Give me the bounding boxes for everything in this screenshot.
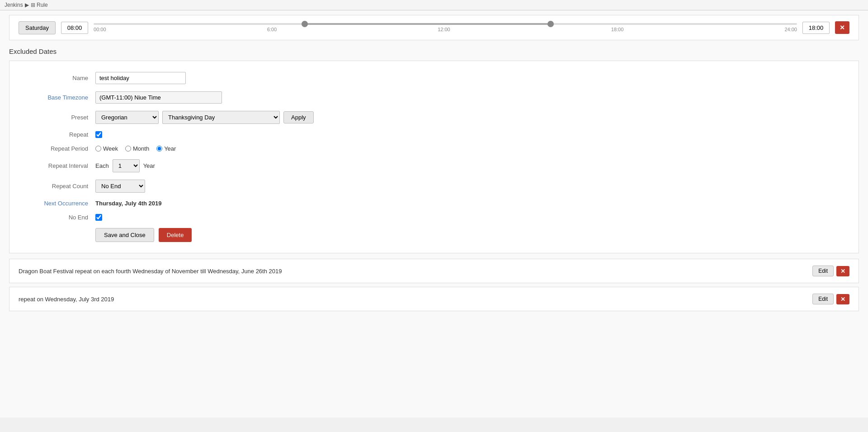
app-name: Jenkins <box>5 2 23 8</box>
timezone-row: Base Timezone <box>23 91 845 104</box>
slider-fill <box>305 23 551 25</box>
no-end-checkbox[interactable] <box>95 214 102 221</box>
slider-thumb-right[interactable] <box>547 21 554 27</box>
top-bar-arrow: ▶ <box>25 2 29 8</box>
list-item-1: Dragon Boat Festival repeat on each four… <box>9 259 859 283</box>
list-item-1-actions: Edit ✕ <box>812 266 849 276</box>
slider-label-0: 00:00 <box>94 27 106 32</box>
slider-track <box>94 23 797 25</box>
start-time-input[interactable] <box>61 22 88 34</box>
slider-label-1: 6:00 <box>267 27 277 32</box>
repeat-period-row: Repeat Period Week Month Year <box>23 145 845 152</box>
repeat-interval-label: Repeat Interval <box>23 162 95 169</box>
timezone-input[interactable] <box>95 91 222 104</box>
save-and-close-button[interactable]: Save and Close <box>95 228 154 242</box>
repeat-checkbox[interactable] <box>95 131 102 138</box>
repeat-count-row: Repeat Count No End <box>23 180 845 193</box>
section-title: Excluded Dates <box>9 47 859 55</box>
repeat-count-select[interactable]: No End <box>95 180 145 193</box>
delete-button[interactable]: Delete <box>159 228 192 242</box>
end-time-input[interactable] <box>802 22 830 34</box>
preset-select-1[interactable]: Gregorian <box>95 111 159 124</box>
no-end-label: No End <box>23 214 95 221</box>
next-occurrence-value: Thursday, July 4th 2019 <box>95 200 161 207</box>
list-item-2-actions: Edit ✕ <box>812 294 849 304</box>
list-item-2: repeat on Wednesday, July 3rd 2019 Edit … <box>9 287 859 311</box>
preset-select-2[interactable]: Thanksgiving Day <box>162 111 280 124</box>
day-button[interactable]: Saturday <box>19 21 56 34</box>
period-month-radio[interactable] <box>125 146 131 152</box>
repeat-label: Repeat <box>23 131 95 138</box>
form-card: Name Base Timezone Preset Gregorian Than… <box>9 61 859 253</box>
time-row: Saturday 00:00 6:00 12:00 18:00 24:00 ✕ <box>9 15 859 40</box>
slider-label-2: 12:00 <box>438 27 450 32</box>
slider-labels: 00:00 6:00 12:00 18:00 24:00 <box>94 27 797 32</box>
period-week-label[interactable]: Week <box>95 145 118 152</box>
list-item-2-text: repeat on Wednesday, July 3rd 2019 <box>19 296 114 303</box>
next-occurrence-label: Next Occurrence <box>23 200 95 207</box>
preset-label: Preset <box>23 114 95 121</box>
list-item-1-text: Dragon Boat Festival repeat on each four… <box>19 268 282 275</box>
each-label: Each <box>95 162 109 169</box>
list-item-2-remove-button[interactable]: ✕ <box>836 294 849 304</box>
repeat-period-label: Repeat Period <box>23 145 95 152</box>
period-year-text: Year <box>164 145 176 152</box>
slider-label-4: 24:00 <box>784 27 797 32</box>
period-year-label[interactable]: Year <box>156 145 176 152</box>
main-content: Saturday 00:00 6:00 12:00 18:00 24:00 ✕ … <box>0 10 868 418</box>
repeat-interval-row: Repeat Interval Each 1 Year <box>23 159 845 172</box>
list-item-1-edit-button[interactable]: Edit <box>812 266 834 276</box>
top-bar: Jenkins ▶ ⊞ Rule <box>0 0 868 10</box>
slider-label-3: 18:00 <box>611 27 624 32</box>
preset-row: Preset Gregorian Thanksgiving Day Apply <box>23 111 845 124</box>
timezone-label: Base Timezone <box>23 94 95 101</box>
period-week-text: Week <box>103 145 118 152</box>
year-label: Year <box>143 162 155 169</box>
slider-thumb-left[interactable] <box>302 21 308 27</box>
tab-label: ⊞ Rule <box>31 2 48 8</box>
name-row: Name <box>23 72 845 84</box>
name-input[interactable] <box>95 72 186 84</box>
repeat-count-label: Repeat Count <box>23 183 95 190</box>
period-month-label[interactable]: Month <box>125 145 149 152</box>
apply-button[interactable]: Apply <box>283 111 314 123</box>
interval-select[interactable]: 1 <box>113 159 140 172</box>
list-item-2-edit-button[interactable]: Edit <box>812 294 834 304</box>
period-week-radio[interactable] <box>95 146 101 152</box>
repeat-period-group: Week Month Year <box>95 145 176 152</box>
remove-time-row-button[interactable]: ✕ <box>835 21 849 34</box>
list-item-1-remove-button[interactable]: ✕ <box>836 266 849 276</box>
action-buttons: Save and Close Delete <box>95 228 845 242</box>
period-month-text: Month <box>133 145 149 152</box>
name-label: Name <box>23 75 95 81</box>
next-occurrence-row: Next Occurrence Thursday, July 4th 2019 <box>23 200 845 207</box>
interval-row: Each 1 Year <box>95 159 155 172</box>
period-year-radio[interactable] <box>156 146 162 152</box>
repeat-row: Repeat <box>23 131 845 138</box>
time-slider[interactable]: 00:00 6:00 12:00 18:00 24:00 <box>94 21 797 34</box>
no-end-row: No End <box>23 214 845 221</box>
